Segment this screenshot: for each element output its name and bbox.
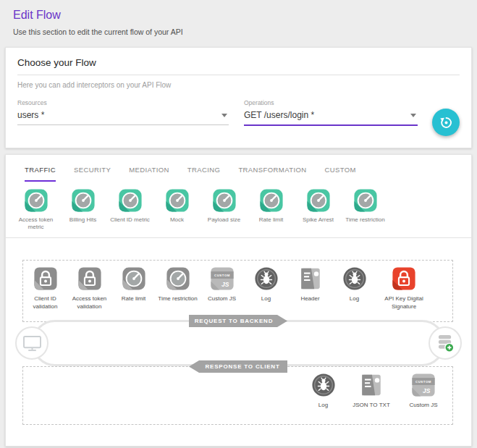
header-lines-icon bbox=[359, 373, 384, 397]
policy-custom-js[interactable]: Custom JS bbox=[397, 373, 449, 410]
page-subtitle: Use this section to edit the current flo… bbox=[13, 28, 464, 36]
policy-label: Time restriction bbox=[158, 295, 197, 303]
policy-custom-js[interactable]: Custom JS bbox=[200, 266, 244, 303]
policy-log[interactable]: Log bbox=[332, 266, 376, 303]
policies-card: TRAFFIC SECURITY MEDIATION TRACING TRANS… bbox=[5, 154, 472, 447]
chevron-down-icon bbox=[410, 114, 416, 117]
lock-icon bbox=[77, 266, 102, 291]
lock-icon-red bbox=[392, 266, 416, 291]
resources-label: Resources bbox=[17, 99, 229, 106]
gauge-icon bbox=[306, 188, 331, 213]
restore-icon bbox=[439, 115, 454, 130]
flow-designer: Client ID validation Access token valida… bbox=[6, 238, 471, 443]
policy-label: Client ID validation bbox=[23, 295, 67, 311]
bug-icon bbox=[342, 266, 367, 291]
palette-item-label: Client ID metric bbox=[110, 216, 150, 224]
policy-label: JSON TO TXT bbox=[353, 402, 390, 410]
client-endpoint bbox=[15, 326, 48, 360]
policy-client-id-validation[interactable]: Client ID validation bbox=[23, 266, 67, 311]
reset-flow-button[interactable] bbox=[432, 109, 460, 136]
policy-label: Log bbox=[318, 402, 328, 410]
resources-value: users * bbox=[17, 106, 229, 124]
tab-mediation[interactable]: MEDIATION bbox=[129, 166, 169, 182]
operations-value: GET /users/login * bbox=[244, 106, 418, 124]
policy-label: Custom JS bbox=[409, 402, 437, 410]
gauge-icon bbox=[71, 188, 96, 213]
palette-item-label: Spike Arrest bbox=[303, 216, 334, 224]
custom-js-icon bbox=[210, 266, 235, 291]
resources-select[interactable]: Resources users * bbox=[17, 99, 229, 125]
chevron-down-icon bbox=[221, 114, 227, 117]
tab-custom[interactable]: CUSTOM bbox=[324, 166, 355, 182]
policy-rate-limit[interactable]: Rate limit bbox=[111, 266, 156, 303]
flow-selectors: Resources users * Operations GET /users/… bbox=[17, 99, 460, 136]
palette-item-label: Rate limit bbox=[259, 216, 283, 224]
gauge-icon bbox=[212, 188, 237, 213]
policy-category-tabs: TRAFFIC SECURITY MEDIATION TRACING TRANS… bbox=[6, 155, 471, 182]
gauge-icon bbox=[24, 188, 48, 213]
gauge-icon bbox=[166, 266, 190, 291]
bug-icon bbox=[311, 373, 336, 397]
policy-api-key-digital-signature[interactable]: API Key Digital Signature bbox=[376, 266, 431, 311]
lock-icon bbox=[33, 266, 58, 291]
choose-flow-card: Choose your Flow Here you can add interc… bbox=[5, 47, 472, 148]
monitor-icon bbox=[22, 335, 42, 352]
policy-label: API Key Digital Signature bbox=[376, 295, 431, 311]
palette-item-label: Time restriction bbox=[345, 216, 384, 224]
palette-item-mock[interactable]: Mock bbox=[153, 188, 200, 237]
page-title: Edit Flow bbox=[13, 9, 464, 22]
operations-select[interactable]: Operations GET /users/login * bbox=[244, 99, 418, 126]
gauge-icon bbox=[353, 188, 378, 213]
palette-item-spike-arrest[interactable]: Spike Arrest bbox=[295, 188, 342, 237]
database-add-icon bbox=[436, 334, 455, 352]
palette-item-access-token-metric[interactable]: Access token metric bbox=[12, 188, 59, 237]
choose-flow-title: Choose your Flow bbox=[17, 57, 460, 75]
palette-item-label: Billing Hits bbox=[69, 216, 96, 224]
tab-transformation[interactable]: TRANSFORMATION bbox=[238, 166, 306, 182]
bug-icon bbox=[254, 266, 279, 291]
policy-label: Header bbox=[300, 295, 319, 303]
policy-label: Rate limit bbox=[122, 295, 145, 303]
policy-log[interactable]: Log bbox=[301, 373, 345, 410]
gauge-icon bbox=[118, 188, 143, 213]
choose-flow-hint: Here you can add interceptors on your AP… bbox=[17, 81, 460, 89]
tab-traffic[interactable]: TRAFFIC bbox=[25, 166, 56, 182]
tab-tracing[interactable]: TRACING bbox=[187, 166, 221, 182]
palette-item-billing-hits[interactable]: Billing Hits bbox=[59, 188, 106, 237]
policy-label: Log bbox=[261, 295, 271, 303]
policy-json-to-txt[interactable]: JSON TO TXT bbox=[345, 373, 397, 410]
request-policies-dropzone[interactable]: Client ID validation Access token valida… bbox=[22, 260, 453, 322]
palette-item-rate-limit[interactable]: Rate limit bbox=[248, 188, 295, 237]
palette-item-payload-size[interactable]: Payload size bbox=[200, 188, 248, 237]
policy-access-token-validation[interactable]: Access token validation bbox=[67, 266, 111, 311]
gauge-icon bbox=[165, 188, 190, 213]
policy-time-restriction[interactable]: Time restriction bbox=[156, 266, 200, 303]
palette-item-label: Payload size bbox=[208, 216, 240, 224]
palette-item-label: Access token metric bbox=[12, 216, 59, 232]
gauge-icon bbox=[259, 188, 284, 213]
custom-js-icon bbox=[411, 373, 436, 397]
response-to-client-ribbon: RESPONSE TO CLIENT bbox=[189, 360, 287, 373]
response-policies-dropzone[interactable]: Log JSON TO TXT Custom JS bbox=[22, 366, 453, 425]
edit-flow-page: Edit Flow Use this section to edit the c… bbox=[0, 0, 477, 448]
palette-item-time-restriction[interactable]: Time restriction bbox=[342, 188, 389, 237]
gauge-icon bbox=[122, 266, 146, 291]
palette-item-client-id-metric[interactable]: Client ID metric bbox=[106, 188, 153, 237]
request-to-backend-ribbon: REQUEST TO BACKEND bbox=[189, 315, 287, 327]
backend-endpoint[interactable] bbox=[429, 326, 462, 360]
policy-log[interactable]: Log bbox=[244, 266, 288, 303]
tab-security[interactable]: SECURITY bbox=[74, 166, 111, 182]
policy-label: Access token validation bbox=[67, 295, 111, 311]
header-lines-icon bbox=[298, 266, 323, 291]
palette-item-label: Mock bbox=[170, 216, 184, 224]
policy-label: Custom JS bbox=[208, 295, 236, 303]
page-header: Edit Flow Use this section to edit the c… bbox=[0, 0, 477, 39]
policy-label: Log bbox=[350, 295, 359, 303]
policy-palette: Access token metric Billing Hits Client … bbox=[6, 182, 471, 238]
operations-label: Operations bbox=[244, 99, 418, 106]
policy-header[interactable]: Header bbox=[288, 266, 332, 303]
